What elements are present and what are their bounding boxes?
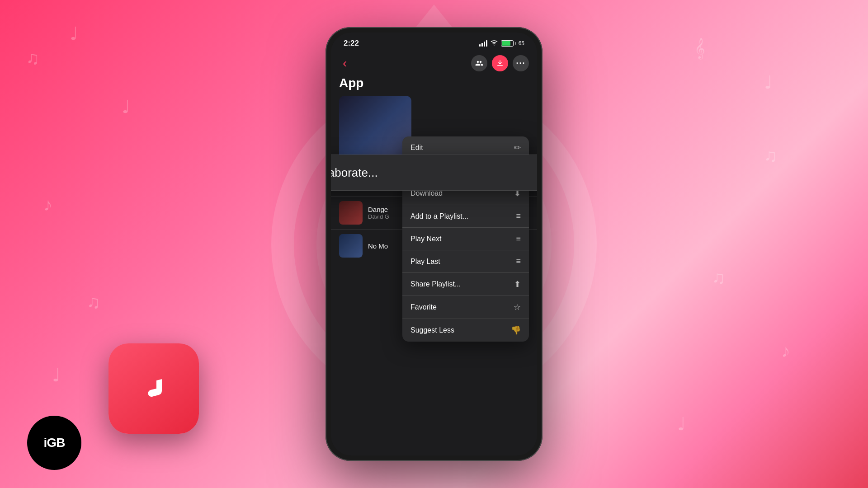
signal-bars <box>479 40 487 47</box>
playlist-title: App <box>339 76 529 90</box>
menu-edit-label: Edit <box>410 144 423 152</box>
signal-bar-2 <box>481 43 483 47</box>
back-button[interactable]: ‹ <box>339 54 350 72</box>
menu-item-share-playlist[interactable]: Share Playlist... ⬆ <box>402 273 529 296</box>
menu-item-play-next[interactable]: Play Next ≡ <box>402 228 529 250</box>
favorite-icon: ☆ <box>514 302 521 312</box>
menu-item-suggest-less-label: Suggest Less <box>410 326 454 334</box>
play-last-icon: ≡ <box>516 257 521 266</box>
menu-item-play-last[interactable]: Play Last ≡ <box>402 250 529 273</box>
menu-item-add-playlist-label: Add to a Playlist... <box>410 212 468 221</box>
status-icons: 65 <box>479 40 524 47</box>
menu-item-suggest-less[interactable]: Suggest Less 👎 <box>402 319 529 342</box>
status-time: 2:22 <box>344 39 359 48</box>
more-dots: ··· <box>516 59 525 68</box>
battery-fill <box>502 41 511 46</box>
igb-logo-text: iGB <box>44 436 65 450</box>
edit-icon: ✏ <box>514 143 521 153</box>
battery-box <box>501 40 514 47</box>
signal-bar-1 <box>479 44 481 47</box>
status-bar: 2:22 65 <box>331 33 537 52</box>
people-icon <box>475 59 483 67</box>
download-button[interactable] <box>492 55 508 71</box>
menu-item-share-playlist-label: Share Playlist... <box>410 280 461 288</box>
battery-tip <box>515 42 516 45</box>
collaborate-banner[interactable]: Collaborate... + <box>331 155 537 191</box>
nav-actions: ··· <box>471 55 529 71</box>
song-thumb-1 <box>339 201 363 225</box>
add-playlist-icon: ≡ <box>516 211 521 221</box>
menu-item-favorite-label: Favorite <box>410 303 437 311</box>
menu-item-play-next-label: Play Next <box>410 235 441 243</box>
more-button[interactable]: ··· <box>513 55 529 71</box>
menu-item-favorite[interactable]: Favorite ☆ <box>402 296 529 319</box>
battery-indicator: 65 <box>501 40 524 47</box>
apple-music-icon <box>108 343 199 434</box>
phone-screen: 2:22 65 <box>331 33 537 455</box>
song-thumb-1-bg <box>339 201 363 225</box>
nav-bar: ‹ ··· <box>331 52 537 76</box>
song-thumb-2-bg <box>339 234 363 258</box>
download-icon <box>496 59 504 67</box>
song-thumb-2 <box>339 234 363 258</box>
collaborate-label: Collaborate... <box>331 166 378 180</box>
menu-item-play-last-label: Play Last <box>410 258 440 266</box>
signal-bar-4 <box>486 40 487 47</box>
suggest-less-icon: 👎 <box>511 325 521 335</box>
igb-logo: iGB <box>27 416 81 470</box>
playlist-title-text: App <box>339 76 363 90</box>
signal-bar-3 <box>484 42 485 47</box>
share-playlist-icon: ⬆ <box>514 279 521 289</box>
wifi-icon <box>490 40 498 47</box>
share-button[interactable] <box>471 55 487 71</box>
phone-frame: 2:22 65 <box>326 27 542 461</box>
play-next-icon: ≡ <box>516 234 521 244</box>
menu-item-add-playlist[interactable]: Add to a Playlist... ≡ <box>402 205 529 228</box>
battery-percent: 65 <box>519 40 524 47</box>
apple-music-icon-svg <box>131 366 176 411</box>
